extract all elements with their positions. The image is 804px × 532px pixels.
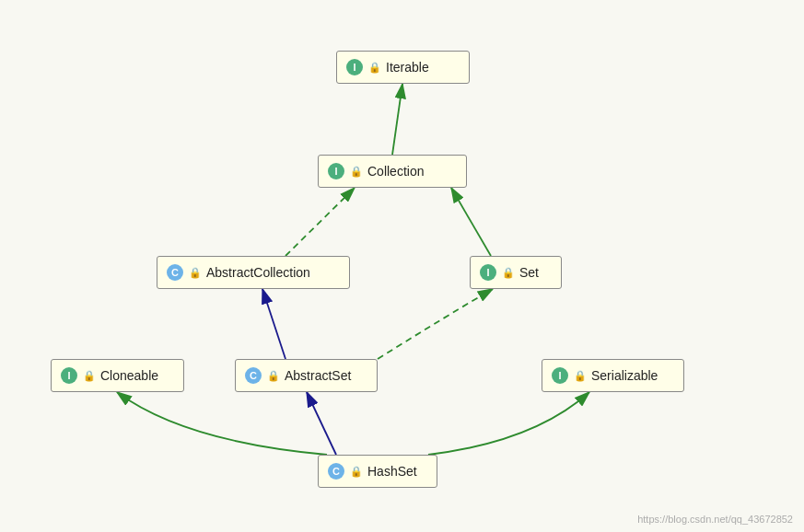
- serializable-label: Serializable: [591, 368, 658, 383]
- collection-label: Collection: [367, 164, 424, 179]
- hashset-icon: C: [328, 463, 344, 480]
- set-box: I 🔒 Set: [470, 256, 562, 289]
- svg-line-7: [307, 392, 336, 455]
- hashset-lock: 🔒: [350, 466, 363, 478]
- cloneable-icon: I: [61, 367, 77, 384]
- abstractset-icon: C: [245, 367, 262, 384]
- iterable-lock: 🔒: [368, 62, 381, 74]
- svg-line-4: [451, 188, 491, 256]
- serializable-icon: I: [552, 367, 568, 384]
- set-icon: I: [480, 264, 496, 281]
- collection-icon: I: [328, 163, 344, 179]
- iterable-label: Iterable: [386, 60, 429, 75]
- hashset-label: HashSet: [367, 464, 417, 479]
- svg-line-3: [392, 84, 402, 155]
- svg-line-5: [285, 188, 355, 256]
- cloneable-lock: 🔒: [83, 370, 96, 382]
- abstractset-label: AbstractSet: [285, 368, 351, 383]
- svg-line-6: [262, 289, 285, 359]
- set-lock: 🔒: [502, 267, 515, 279]
- watermark: https://blog.csdn.net/qq_43672852: [637, 514, 793, 525]
- serializable-box: I 🔒 Serializable: [542, 359, 684, 392]
- collection-lock: 🔒: [350, 166, 363, 178]
- cloneable-label: Cloneable: [100, 368, 158, 383]
- abstractcollection-box: C 🔒 AbstractCollection: [157, 256, 350, 289]
- set-label: Set: [519, 265, 539, 280]
- serializable-lock: 🔒: [574, 370, 587, 382]
- abstractset-lock: 🔒: [267, 370, 280, 382]
- cloneable-box: I 🔒 Cloneable: [51, 359, 184, 392]
- abstractcollection-lock: 🔒: [189, 267, 202, 279]
- diagram-container: I 🔒 Iterable I 🔒 Collection C 🔒 Abstract…: [0, 0, 804, 532]
- abstractcollection-icon: C: [167, 264, 183, 281]
- iterable-box: I 🔒 Iterable: [336, 51, 470, 84]
- collection-box: I 🔒 Collection: [318, 155, 467, 188]
- hashset-box: C 🔒 HashSet: [318, 455, 437, 488]
- abstractcollection-label: AbstractCollection: [206, 265, 310, 280]
- iterable-icon: I: [346, 59, 363, 75]
- abstractset-box: C 🔒 AbstractSet: [235, 359, 378, 392]
